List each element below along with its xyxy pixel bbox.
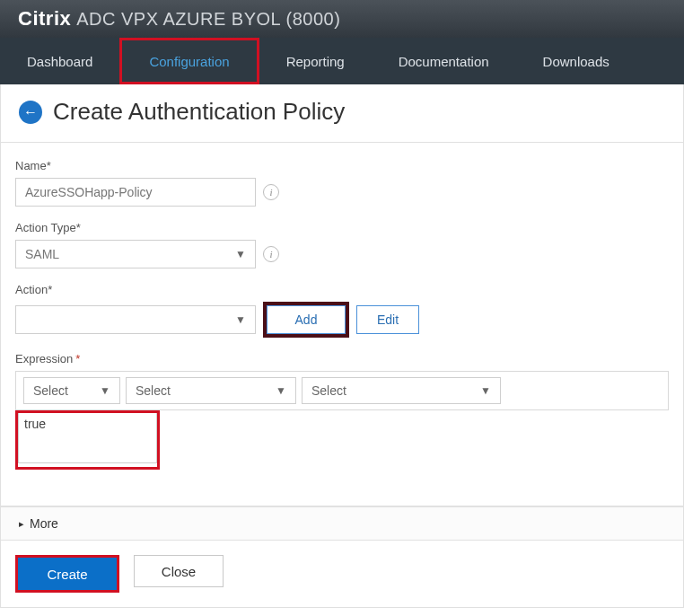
edit-button[interactable]: Edit xyxy=(356,305,419,334)
nav-configuration[interactable]: Configuration xyxy=(119,38,259,84)
expression-select-2[interactable]: Select ▼ xyxy=(126,377,296,404)
close-button[interactable]: Close xyxy=(134,555,224,587)
expression-select-3[interactable]: Select ▼ xyxy=(302,377,501,404)
main-nav: Dashboard Configuration Reporting Docume… xyxy=(0,38,684,84)
back-button[interactable]: ← xyxy=(19,101,42,124)
brand-subtitle: ADC VPX AZURE BYOL (8000) xyxy=(76,9,340,30)
footer-actions: Create Close xyxy=(15,541,669,607)
more-expander[interactable]: ▸ More xyxy=(1,506,683,541)
page-title: Create Authentication Policy xyxy=(53,98,345,126)
more-label: More xyxy=(30,516,58,531)
expression-textarea[interactable] xyxy=(18,413,157,463)
nav-reporting[interactable]: Reporting xyxy=(259,38,372,84)
chevron-down-icon: ▼ xyxy=(235,248,246,260)
form-section: Name* i Action Type* SAML ▼ i Action* ▼ … xyxy=(1,142,683,506)
chevron-down-icon: ▼ xyxy=(235,313,246,326)
expression-select-row: Select ▼ Select ▼ Select ▼ xyxy=(15,371,669,410)
info-icon[interactable]: i xyxy=(263,184,279,200)
nav-downloads[interactable]: Downloads xyxy=(516,38,636,84)
add-button[interactable]: Add xyxy=(267,305,346,334)
action-type-select[interactable]: SAML ▼ xyxy=(15,240,256,268)
triangle-right-icon: ▸ xyxy=(19,518,24,530)
expression-label: Expression* xyxy=(15,352,669,365)
page-body: ← Create Authentication Policy Name* i A… xyxy=(0,84,684,608)
name-label: Name* xyxy=(15,159,669,172)
nav-dashboard[interactable]: Dashboard xyxy=(0,38,119,84)
action-type-value: SAML xyxy=(25,247,59,261)
brand-name: Citrix xyxy=(18,7,71,31)
info-icon[interactable]: i xyxy=(263,246,279,262)
nav-documentation[interactable]: Documentation xyxy=(372,38,516,84)
action-type-label: Action Type* xyxy=(15,221,669,234)
arrow-left-icon: ← xyxy=(23,104,38,120)
action-select[interactable]: ▼ xyxy=(15,305,256,334)
action-label: Action* xyxy=(15,283,669,296)
expression-select-1[interactable]: Select ▼ xyxy=(23,377,120,404)
required-star: * xyxy=(75,352,80,365)
name-input[interactable] xyxy=(15,178,256,207)
create-button[interactable]: Create xyxy=(18,558,117,590)
chevron-down-icon: ▼ xyxy=(480,384,491,397)
chevron-down-icon: ▼ xyxy=(100,384,110,397)
chevron-down-icon: ▼ xyxy=(276,384,286,397)
app-header: Citrix ADC VPX AZURE BYOL (8000) xyxy=(0,0,684,38)
